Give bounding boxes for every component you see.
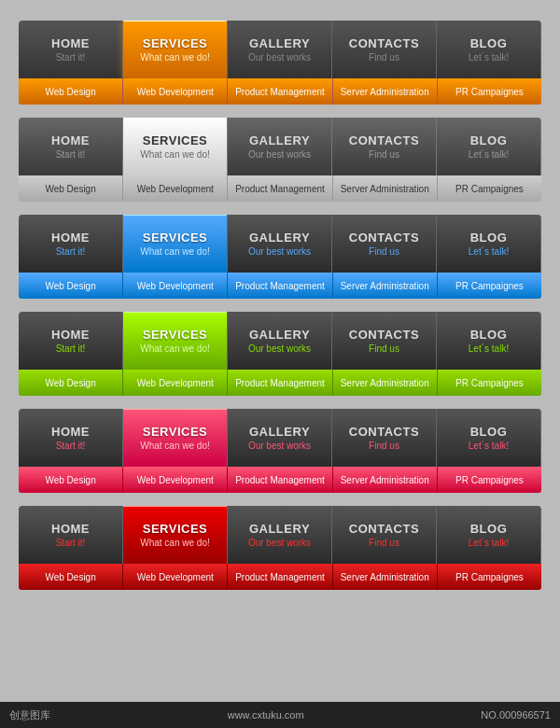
sub-webdev-gr[interactable]: Web Development (123, 370, 228, 396)
sub-webdev-g[interactable]: Web Development (123, 175, 228, 202)
watermark-logo: 创意图库 (9, 708, 50, 722)
nav-item-contacts-g[interactable]: CONTACTS Find us (332, 118, 437, 175)
nav-top-gray: HOME Start it! SERVICES What can we do! … (19, 118, 541, 175)
nav-item-services-b[interactable]: SERVICES What can we do! (123, 215, 228, 273)
nav-submenu-gray: Web Design Web Development Product Manag… (19, 175, 541, 202)
sub-prcampaignes[interactable]: PR Campaignes (438, 78, 541, 105)
nav-item-services-gr[interactable]: SERVICES What can we do! (123, 312, 228, 370)
sub-webdesign-g[interactable]: Web Design (19, 175, 123, 202)
nav-block-gray: HOME Start it! SERVICES What can we do! … (19, 118, 541, 202)
nav-top-red: HOME Start it! SERVICES What can we do! … (19, 409, 541, 467)
nav-item-services-dr[interactable]: SERVICES What can we do! (123, 506, 228, 564)
nav-item-blog-dr[interactable]: BLOG Let´s talk! (437, 506, 541, 564)
nav-item-contacts-b[interactable]: CONTACTS Find us (332, 215, 437, 273)
nav-submenu-orange: Web Design Web Development Product Manag… (19, 78, 541, 105)
page-background: HOME Start it! SERVICES What can we do! … (0, 0, 560, 728)
nav-item-home-dr[interactable]: HOME Start it! (19, 506, 123, 564)
sub-webdev[interactable]: Web Development (123, 78, 228, 105)
sub-productmgmt[interactable]: Product Management (228, 78, 332, 105)
nav-sub-home: Start it! (56, 52, 86, 63)
sub-prcampaignes-dr[interactable]: PR Campaignes (438, 564, 541, 590)
nav-label-services: SERVICES (143, 36, 208, 50)
nav-submenu-green: Web Design Web Development Product Manag… (19, 370, 541, 396)
nav-item-blog-b[interactable]: BLOG Let´s talk! (437, 215, 541, 273)
sub-productmgmt-dr[interactable]: Product Management (228, 564, 332, 590)
nav-sub-gallery: Our best works (248, 52, 311, 63)
sub-productmgmt-g[interactable]: Product Management (228, 175, 332, 202)
sub-webdev-b[interactable]: Web Development (123, 273, 228, 299)
watermark-bar: 创意图库 www.cxtuku.com NO.000966571 (0, 702, 560, 728)
nav-item-gallery-g[interactable]: GALLERY Our best works (228, 118, 332, 175)
watermark-number: NO.000966571 (481, 709, 551, 721)
sub-webdev-dr[interactable]: Web Development (123, 564, 228, 590)
nav-top-darkred: HOME Start it! SERVICES What can we do! … (19, 506, 541, 564)
nav-block-orange: HOME Start it! SERVICES What can we do! … (19, 21, 541, 105)
sub-prcampaignes-r[interactable]: PR Campaignes (438, 467, 541, 493)
sub-serveradmin-b[interactable]: Server Administration (333, 273, 438, 299)
nav-item-blog[interactable]: BLOG Let´s talk! (437, 21, 541, 78)
sub-webdesign-gr[interactable]: Web Design (19, 370, 123, 396)
nav-item-home-b[interactable]: HOME Start it! (19, 215, 123, 273)
nav-item-contacts[interactable]: CONTACTS Find us (332, 21, 437, 78)
nav-block-blue: HOME Start it! SERVICES What can we do! … (19, 215, 541, 299)
sub-serveradmin-r[interactable]: Server Administration (333, 467, 438, 493)
nav-block-green: HOME Start it! SERVICES What can we do! … (19, 312, 541, 396)
nav-item-blog-gr[interactable]: BLOG Let´s talk! (437, 312, 541, 370)
nav-label-gallery: GALLERY (249, 36, 310, 50)
nav-item-gallery-r[interactable]: GALLERY Our best works (228, 409, 332, 467)
nav-item-gallery-dr[interactable]: GALLERY Our best works (228, 506, 332, 564)
sub-webdesign-b[interactable]: Web Design (19, 273, 123, 299)
nav-item-home-g[interactable]: HOME Start it! (19, 118, 123, 175)
nav-item-blog-g[interactable]: BLOG Let´s talk! (437, 118, 541, 175)
sub-serveradmin-g[interactable]: Server Administration (333, 175, 438, 202)
sub-serveradmin-gr[interactable]: Server Administration (333, 370, 438, 396)
nav-item-contacts-dr[interactable]: CONTACTS Find us (332, 506, 437, 564)
nav-item-home[interactable]: HOME Start it! (19, 21, 123, 78)
nav-sub-services: What can we do! (140, 52, 209, 63)
sub-prcampaignes-gr[interactable]: PR Campaignes (438, 370, 541, 396)
nav-item-gallery[interactable]: GALLERY Our best works (228, 21, 332, 78)
nav-item-home-gr[interactable]: HOME Start it! (19, 312, 123, 370)
nav-item-gallery-b[interactable]: GALLERY Our best works (228, 215, 332, 273)
nav-top-blue: HOME Start it! SERVICES What can we do! … (19, 215, 541, 273)
nav-submenu-blue: Web Design Web Development Product Manag… (19, 273, 541, 299)
sub-productmgmt-b[interactable]: Product Management (228, 273, 332, 299)
nav-item-contacts-gr[interactable]: CONTACTS Find us (332, 312, 437, 370)
nav-top-orange: HOME Start it! SERVICES What can we do! … (19, 21, 541, 78)
sub-serveradmin-dr[interactable]: Server Administration (333, 564, 438, 590)
nav-block-darkred: HOME Start it! SERVICES What can we do! … (19, 506, 541, 590)
sub-productmgmt-gr[interactable]: Product Management (228, 370, 332, 396)
nav-top-green: HOME Start it! SERVICES What can we do! … (19, 312, 541, 370)
nav-item-gallery-gr[interactable]: GALLERY Our best works (228, 312, 332, 370)
nav-label-blog: BLOG (470, 36, 508, 50)
sub-prcampaignes-b[interactable]: PR Campaignes (438, 273, 541, 299)
sub-webdev-r[interactable]: Web Development (123, 467, 228, 493)
sub-productmgmt-r[interactable]: Product Management (228, 467, 332, 493)
sub-serveradmin[interactable]: Server Administration (333, 78, 438, 105)
nav-submenu-red: Web Design Web Development Product Manag… (19, 467, 541, 493)
sub-webdesign-dr[interactable]: Web Design (19, 564, 123, 590)
nav-label-home: HOME (51, 36, 90, 50)
nav-item-services-active[interactable]: SERVICES What can we do! (123, 21, 228, 78)
watermark-site: www.cxtuku.com (228, 709, 304, 721)
nav-item-services-g[interactable]: SERVICES What can we do! (123, 118, 228, 175)
nav-submenu-darkred: Web Design Web Development Product Manag… (19, 564, 541, 590)
nav-sub-contacts: Find us (369, 52, 399, 63)
nav-block-red: HOME Start it! SERVICES What can we do! … (19, 409, 541, 493)
nav-sub-blog: Let´s talk! (469, 52, 509, 63)
nav-item-blog-r[interactable]: BLOG Let´s talk! (437, 409, 541, 467)
nav-item-services-r[interactable]: SERVICES What can we do! (123, 409, 228, 467)
nav-item-home-r[interactable]: HOME Start it! (19, 409, 123, 467)
sub-webdesign-r[interactable]: Web Design (19, 467, 123, 493)
sub-webdesign[interactable]: Web Design (19, 78, 123, 105)
nav-item-contacts-r[interactable]: CONTACTS Find us (332, 409, 437, 467)
sub-prcampaignes-g[interactable]: PR Campaignes (438, 175, 541, 202)
nav-label-contacts: CONTACTS (349, 36, 419, 50)
